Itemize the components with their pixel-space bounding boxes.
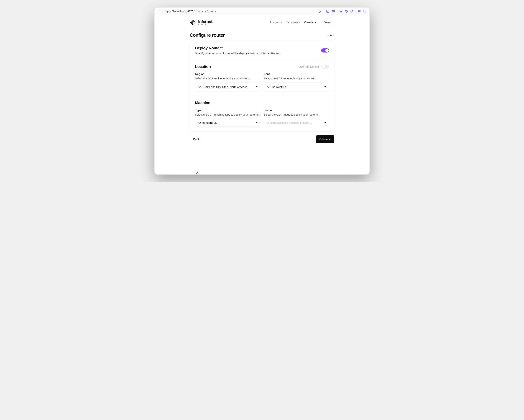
browser-toolbar-icons bbox=[318, 9, 367, 13]
deploy-router-title: Deploy Router? bbox=[195, 46, 280, 50]
text: Select the bbox=[264, 113, 277, 116]
machine-type-select[interactable]: n2-standard-96 bbox=[195, 119, 260, 127]
override-default-label: Override Default bbox=[299, 65, 319, 68]
page-title: Configure router bbox=[190, 33, 225, 38]
step-dot-2 bbox=[330, 35, 332, 36]
brand-logo-icon bbox=[190, 19, 196, 26]
section-deploy-router: Deploy Router? Specify whether your clus… bbox=[190, 41, 334, 60]
field-zone: Zone Select the GCP zone to deploy your … bbox=[264, 72, 329, 91]
toggle-knob bbox=[322, 65, 325, 68]
chevron-down-icon bbox=[324, 122, 326, 123]
chevron-down-icon bbox=[324, 86, 326, 87]
main-nav: Accounts Templates Clusters Darryl bbox=[270, 19, 334, 26]
text: to deploy your router to. bbox=[289, 77, 318, 80]
gcp-machine-type-link[interactable]: GCP machine type bbox=[208, 113, 230, 116]
zone-label: Zone bbox=[264, 72, 329, 76]
zone-select[interactable]: us-west3-b bbox=[264, 83, 329, 91]
location-title: Location bbox=[195, 64, 211, 69]
gcp-image-link[interactable]: GCP image bbox=[277, 113, 290, 116]
machine-image-select[interactable]: Loading available machine images… bbox=[264, 119, 329, 127]
machine-image-placeholder: Loading available machine images… bbox=[266, 121, 312, 124]
text: to deploy your router on. bbox=[230, 113, 260, 116]
url-display: http://localhost:4173/clusters/create bbox=[163, 10, 316, 13]
brand[interactable]: Infernet CLOUD bbox=[190, 19, 212, 26]
user-menu[interactable]: Darryl bbox=[321, 19, 334, 26]
svg-rect-10 bbox=[192, 22, 193, 23]
step-dot-3 bbox=[333, 35, 334, 36]
chevron-down-icon bbox=[256, 86, 258, 87]
machine-type-value: n2-standard-96 bbox=[198, 121, 217, 124]
globe-icon[interactable] bbox=[345, 10, 348, 13]
zone-desc: Select the GCP zone to deploy your route… bbox=[264, 77, 329, 80]
machine-title: Machine bbox=[195, 101, 329, 105]
step-indicator bbox=[328, 35, 334, 36]
continue-button[interactable]: Continue bbox=[316, 135, 334, 143]
content: Configure router Deploy Router? Specify … bbox=[190, 33, 334, 151]
region-desc: Select the GCP region to deploy your rou… bbox=[195, 77, 260, 80]
deploy-router-toggle[interactable] bbox=[321, 48, 329, 52]
brand-subtitle: CLOUD bbox=[198, 24, 212, 26]
gcp-icon bbox=[198, 85, 201, 89]
text: . bbox=[279, 52, 280, 55]
panel-icon[interactable] bbox=[363, 10, 367, 13]
section-machine: Machine Type Select the GCP machine type… bbox=[190, 96, 334, 131]
browser-bar: i http://localhost:4173/clusters/create bbox=[155, 8, 369, 15]
app-window: i http://localhost:4173/clusters/create bbox=[154, 8, 370, 175]
region-label: Region bbox=[195, 72, 260, 76]
back-button[interactable]: Back bbox=[190, 135, 203, 143]
separator bbox=[356, 9, 356, 13]
section-location: Location Override Default Region bbox=[190, 60, 334, 96]
info-icon: i bbox=[157, 10, 160, 13]
nav-templates[interactable]: Templates bbox=[286, 21, 300, 24]
text: to deploy your router on. bbox=[290, 113, 320, 116]
field-machine-image: Image Select the GCP image to deploy you… bbox=[264, 109, 329, 127]
crosshair-icon[interactable] bbox=[350, 10, 353, 13]
link-icon[interactable] bbox=[318, 10, 322, 13]
nav-accounts[interactable]: Accounts bbox=[270, 21, 282, 24]
step-dot-1 bbox=[328, 35, 329, 36]
text: to deploy your router to. bbox=[222, 77, 251, 80]
brand-name: Infernet bbox=[198, 19, 212, 24]
app-header: Infernet CLOUD Accounts Templates Cluste… bbox=[190, 15, 334, 29]
field-region: Region Select the GCP region to deploy y… bbox=[195, 72, 260, 91]
page-body: Infernet CLOUD Accounts Templates Cluste… bbox=[155, 15, 369, 174]
separator bbox=[337, 9, 337, 13]
infernet-router-link[interactable]: Infernet Router bbox=[261, 52, 279, 55]
camera-icon[interactable] bbox=[332, 10, 335, 13]
extension-icon[interactable] bbox=[358, 10, 361, 13]
gcp-region-link[interactable]: GCP region bbox=[208, 77, 222, 80]
config-card: Deploy Router? Specify whether your clus… bbox=[190, 41, 334, 132]
region-value: Salt Lake City, Utah, North America bbox=[204, 85, 247, 88]
svg-point-2 bbox=[333, 11, 334, 12]
gcp-zone-link[interactable]: GCP zone bbox=[277, 77, 289, 80]
gcp-icon bbox=[266, 85, 270, 89]
type-label: Type bbox=[195, 109, 260, 112]
svg-rect-7 bbox=[364, 10, 366, 12]
text: Select the bbox=[264, 77, 277, 80]
override-default-toggle[interactable] bbox=[321, 65, 329, 69]
footer-actions: Back Continue bbox=[190, 135, 334, 143]
image-icon[interactable] bbox=[339, 10, 342, 13]
text: Select the bbox=[195, 77, 208, 80]
zone-value: us-west3-b bbox=[272, 85, 286, 88]
text: Select the bbox=[195, 113, 208, 116]
type-desc: Select the GCP machine type to deploy yo… bbox=[195, 113, 260, 116]
footer-brand-icon bbox=[195, 172, 200, 174]
separator bbox=[324, 9, 324, 13]
download-icon[interactable] bbox=[326, 10, 329, 13]
text: Specify whether your cluster will be dep… bbox=[195, 52, 261, 55]
chevron-down-icon bbox=[256, 122, 258, 123]
nav-clusters[interactable]: Clusters bbox=[304, 21, 316, 24]
region-select[interactable]: Salt Lake City, Utah, North America bbox=[195, 83, 260, 91]
toggle-knob bbox=[325, 49, 329, 52]
svg-point-6 bbox=[351, 10, 353, 12]
image-label: Image bbox=[264, 109, 329, 112]
deploy-router-desc: Specify whether your cluster will be dep… bbox=[195, 52, 280, 55]
field-machine-type: Type Select the GCP machine type to depl… bbox=[195, 109, 260, 127]
image-desc: Select the GCP image to deploy your rout… bbox=[264, 113, 329, 116]
